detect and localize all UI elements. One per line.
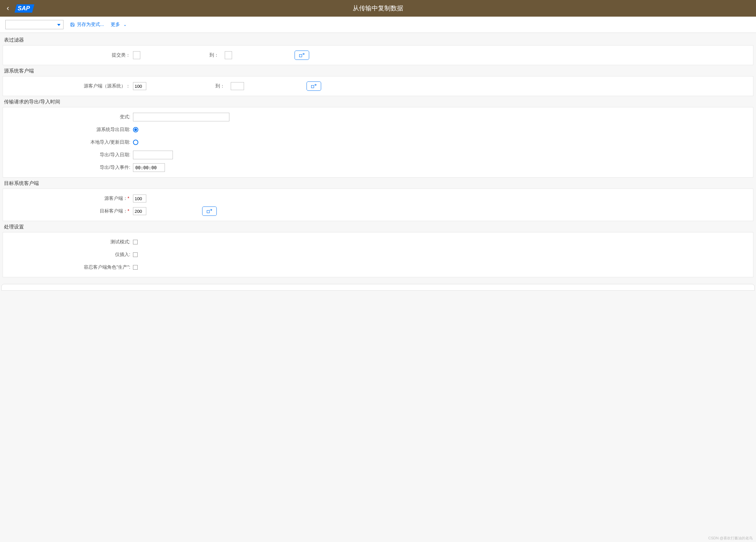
- insert-only-checkbox[interactable]: [133, 252, 138, 257]
- multiple-selection-button[interactable]: [295, 51, 309, 60]
- target-source-client-label: 源客户端：*: [8, 196, 133, 202]
- variant-select[interactable]: [5, 20, 63, 29]
- multiple-selection-icon: [299, 53, 305, 58]
- section-body: 源客户端：* 目标客户端：*: [3, 189, 753, 221]
- submit-type-input[interactable]: [133, 51, 140, 59]
- variant-label: 变式:: [8, 114, 133, 120]
- source-client-to-input[interactable]: [231, 82, 244, 90]
- insert-only-label: 仅插入:: [8, 252, 133, 258]
- local-import-label: 本地导入/更新日期:: [8, 139, 133, 145]
- local-import-radio[interactable]: [133, 140, 138, 145]
- form-field: [133, 151, 748, 159]
- multiple-selection-button[interactable]: [307, 81, 321, 91]
- tolerate-prod-label: 容忍客户端角色"生产":: [8, 264, 133, 270]
- source-client-label: 源客户端（源系统）：: [8, 83, 133, 89]
- svg-rect-2: [207, 210, 210, 213]
- section-source-client: 源系统客户端 源客户端（源系统）： 到：: [3, 68, 753, 96]
- variant-input[interactable]: [133, 113, 229, 121]
- section-title-table-filter: 表过滤器: [3, 37, 753, 43]
- section-title-processing: 处理设置: [3, 224, 753, 230]
- export-import-event-input[interactable]: [133, 163, 165, 172]
- form-row-submit-type: 提交类： 到：: [8, 49, 748, 62]
- source-client-input[interactable]: [133, 82, 146, 90]
- sap-logo: SAP: [15, 4, 35, 13]
- target-client-label: 目标客户端：*: [8, 208, 133, 214]
- save-as-variant-label: 另存为变式...: [77, 22, 104, 28]
- more-button[interactable]: 更多 ⌄: [111, 22, 127, 28]
- tolerate-prod-checkbox[interactable]: [133, 265, 138, 270]
- section-processing: 处理设置 测试模式: 仅插入: 容忍客户端角色"生产":: [3, 224, 753, 277]
- form-row-tolerate-prod: 容忍客户端角色"生产":: [8, 261, 748, 274]
- form-field: [133, 252, 748, 257]
- form-field: [133, 265, 748, 270]
- to-label: 到：: [209, 52, 219, 58]
- section-body: 变式: 源系统导出日期: 本地导入/更新日期: 导出/导入日期:: [3, 107, 753, 178]
- svg-rect-1: [312, 85, 314, 88]
- back-button[interactable]: ‹: [7, 4, 9, 13]
- section-transport-time: 传输请求的导出/导入时间 变式: 源系统导出日期: 本地导入/更新日期:: [3, 99, 753, 178]
- content-area: 表过滤器 提交类： 到： 源系统客户端: [0, 33, 756, 284]
- target-source-client-input[interactable]: [133, 195, 146, 203]
- required-indicator: *: [128, 196, 129, 201]
- multiple-selection-icon: [311, 84, 317, 88]
- footer-bar: [1, 284, 755, 291]
- section-title-target-client: 目标系统客户端: [3, 180, 753, 187]
- submit-type-label: 提交类：: [8, 52, 133, 58]
- form-row-export-date: 源系统导出日期:: [8, 123, 748, 136]
- form-field: [133, 113, 748, 121]
- save-icon: [70, 22, 75, 27]
- export-import-date-input[interactable]: [133, 151, 173, 159]
- form-field: [133, 127, 748, 132]
- save-as-variant-button[interactable]: 另存为变式...: [70, 22, 104, 28]
- form-field: [133, 195, 748, 203]
- submit-type-to-input[interactable]: [225, 51, 232, 59]
- required-indicator: *: [128, 208, 129, 213]
- more-label: 更多: [111, 22, 120, 28]
- section-title-transport-time: 传输请求的导出/导入时间: [3, 99, 753, 105]
- form-field: [133, 140, 748, 145]
- svg-rect-0: [300, 55, 302, 57]
- to-label: 到：: [215, 83, 225, 89]
- form-row-target-source-client: 源客户端：*: [8, 192, 748, 205]
- export-import-event-label: 导出/导入事件:: [8, 165, 133, 171]
- section-title-source-client: 源系统客户端: [3, 68, 753, 74]
- export-date-label: 源系统导出日期:: [8, 127, 133, 133]
- section-table-filter: 表过滤器 提交类： 到：: [3, 37, 753, 65]
- form-field: 到：: [133, 51, 748, 60]
- form-row-test-mode: 测试模式:: [8, 236, 748, 248]
- page-title: 从传输中复制数据: [353, 4, 403, 13]
- form-field: [133, 206, 748, 216]
- multiple-selection-icon: [206, 209, 212, 213]
- form-row-variant: 变式:: [8, 111, 748, 123]
- form-row-source-client: 源客户端（源系统）： 到：: [8, 80, 748, 92]
- target-client-input[interactable]: [133, 207, 146, 215]
- form-row-insert-only: 仅插入:: [8, 248, 748, 261]
- chevron-down-icon: ⌄: [123, 22, 127, 27]
- section-body: 测试模式: 仅插入: 容忍客户端角色"生产":: [3, 232, 753, 277]
- section-body: 源客户端（源系统）： 到：: [3, 76, 753, 96]
- test-mode-checkbox[interactable]: [133, 240, 138, 244]
- section-target-client: 目标系统客户端 源客户端：* 目标客户端：*: [3, 180, 753, 221]
- form-field: [133, 240, 748, 244]
- app-header: ‹ SAP 从传输中复制数据: [0, 0, 756, 17]
- export-import-date-label: 导出/导入日期:: [8, 152, 133, 158]
- form-row-export-import-date: 导出/导入日期:: [8, 149, 748, 161]
- form-field: [133, 163, 748, 172]
- form-row-export-import-event: 导出/导入事件:: [8, 161, 748, 174]
- export-date-radio[interactable]: [133, 127, 138, 132]
- multiple-selection-button[interactable]: [202, 206, 217, 216]
- section-body: 提交类： 到：: [3, 45, 753, 65]
- form-row-local-import: 本地导入/更新日期:: [8, 136, 748, 149]
- form-row-target-client: 目标客户端：*: [8, 205, 748, 217]
- test-mode-label: 测试模式:: [8, 239, 133, 245]
- toolbar: 另存为变式... 更多 ⌄: [0, 17, 756, 33]
- form-field: 到：: [133, 81, 748, 91]
